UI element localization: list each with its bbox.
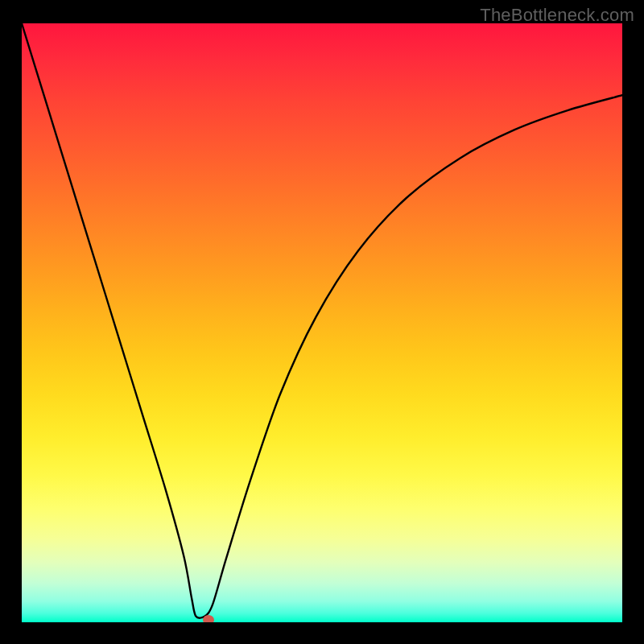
min-point-marker [203, 615, 214, 622]
bottleneck-curve [22, 23, 622, 618]
chart-frame: TheBottleneck.com [0, 0, 644, 644]
plot-area [22, 23, 622, 622]
curve-svg [22, 23, 622, 622]
